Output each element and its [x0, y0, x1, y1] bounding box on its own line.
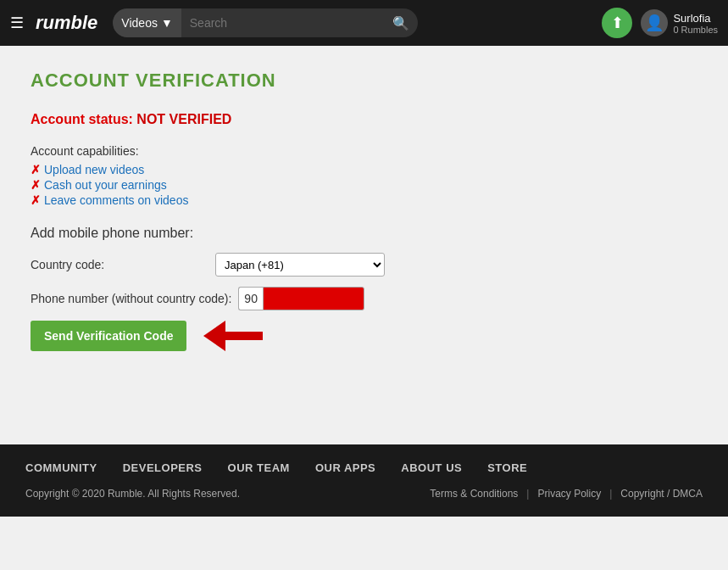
- phone-input-group: 90: [238, 287, 364, 310]
- capability-cashout: ✗ Cash out your earnings: [31, 178, 697, 192]
- footer-link-community[interactable]: COMMUNITY: [25, 461, 97, 474]
- phone-number-row: Phone number (without country code): 90: [31, 287, 697, 310]
- footer-link-store[interactable]: STORE: [487, 461, 527, 474]
- capabilities-label: Account capabilities:: [31, 144, 697, 158]
- capability-upload: ✗ Upload new videos: [31, 163, 697, 176]
- search-button[interactable]: 🔍: [384, 15, 418, 31]
- footer-legal-links: Terms & Conditions | Privacy Policy | Co…: [430, 488, 703, 500]
- capability-upload-link[interactable]: Upload new videos: [44, 163, 144, 176]
- site-logo[interactable]: rumble: [36, 12, 97, 34]
- search-input[interactable]: [181, 16, 385, 30]
- phone-label: Phone number (without country code):: [31, 292, 231, 305]
- main-content: ACCOUNT VERIFICATION Account status: NOT…: [0, 46, 728, 444]
- phone-input[interactable]: [263, 287, 364, 310]
- arrow-indicator: [203, 321, 263, 351]
- add-phone-title: Add mobile phone number:: [31, 226, 697, 241]
- footer-link-our-apps[interactable]: OUR APPS: [315, 461, 375, 474]
- user-menu[interactable]: 👤 Surlofia 0 Rumbles: [641, 9, 718, 36]
- capability-x-icon: ✗: [31, 178, 41, 192]
- site-header: ☰ rumble Videos ▼ 🔍 ⬆ 👤 Surlofia 0 Rumbl…: [0, 0, 728, 46]
- country-code-select[interactable]: Japan (+81) United States (+1) United Ki…: [215, 253, 385, 277]
- divider-2: |: [609, 488, 612, 500]
- menu-icon[interactable]: ☰: [10, 14, 24, 32]
- videos-label: Videos: [121, 16, 158, 30]
- footer-link-developers[interactable]: DEVELOPERS: [123, 461, 203, 474]
- account-status-row: Account status: NOT VERIFIED: [31, 112, 697, 127]
- header-right: ⬆ 👤 Surlofia 0 Rumbles: [602, 8, 718, 38]
- privacy-link[interactable]: Privacy Policy: [537, 488, 601, 500]
- phone-prefix: 90: [238, 287, 263, 310]
- footer-nav: COMMUNITY DEVELOPERS OUR TEAM OUR APPS A…: [25, 461, 703, 474]
- country-code-label: Country code:: [31, 258, 208, 271]
- dmca-link[interactable]: Copyright / DMCA: [620, 488, 703, 500]
- send-btn-row: Send Verification Code: [31, 321, 697, 351]
- avatar: 👤: [641, 9, 668, 36]
- videos-dropdown[interactable]: Videos ▼: [113, 8, 181, 37]
- capability-comments-link[interactable]: Leave comments on videos: [44, 193, 188, 207]
- capability-cashout-link[interactable]: Cash out your earnings: [44, 178, 167, 192]
- search-container: Videos ▼ 🔍: [113, 8, 418, 37]
- capability-x-icon: ✗: [31, 163, 41, 176]
- arrow-shaft: [225, 332, 263, 340]
- capability-x-icon: ✗: [31, 193, 41, 207]
- country-code-row: Country code: Japan (+81) United States …: [31, 253, 697, 277]
- copyright-text: Copyright © 2020 Rumble. All Rights Rese…: [25, 488, 430, 500]
- terms-link[interactable]: Terms & Conditions: [430, 488, 518, 500]
- account-status-value: NOT VERIFIED: [136, 112, 231, 126]
- footer-link-about-us[interactable]: ABOUT US: [401, 461, 462, 474]
- capability-comments: ✗ Leave comments on videos: [31, 193, 697, 207]
- footer-link-our-team[interactable]: OUR TEAM: [228, 461, 290, 474]
- footer-bottom: Copyright © 2020 Rumble. All Rights Rese…: [25, 488, 703, 500]
- username: Surlofia: [673, 12, 718, 25]
- divider-1: |: [526, 488, 529, 500]
- upload-icon: ⬆: [611, 14, 624, 32]
- site-footer: COMMUNITY DEVELOPERS OUR TEAM OUR APPS A…: [0, 444, 728, 517]
- account-status-label: Account status:: [31, 112, 136, 126]
- send-verification-button[interactable]: Send Verification Code: [31, 321, 186, 351]
- rumbles-count: 0 Rumbles: [673, 25, 718, 35]
- upload-button[interactable]: ⬆: [602, 8, 632, 38]
- page-title: ACCOUNT VERIFICATION: [31, 70, 697, 92]
- dropdown-chevron-icon: ▼: [161, 16, 173, 30]
